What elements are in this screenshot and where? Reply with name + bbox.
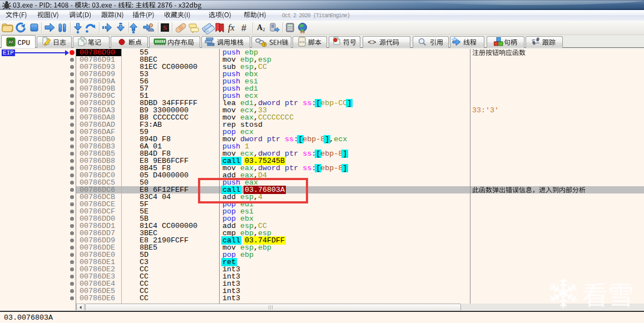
svg-text:#: # [241, 23, 246, 33]
svg-text:<>: <> [368, 38, 377, 47]
svg-text:S: S [163, 23, 167, 32]
svg-text:<>: <> [299, 39, 305, 44]
svg-text:2: 2 [262, 27, 265, 32]
svg-text:fx: fx [228, 23, 235, 33]
svg-text:32: 32 [9, 40, 13, 44]
svg-text:CPU: CPU [18, 39, 31, 47]
svg-text:?: ? [263, 43, 265, 47]
